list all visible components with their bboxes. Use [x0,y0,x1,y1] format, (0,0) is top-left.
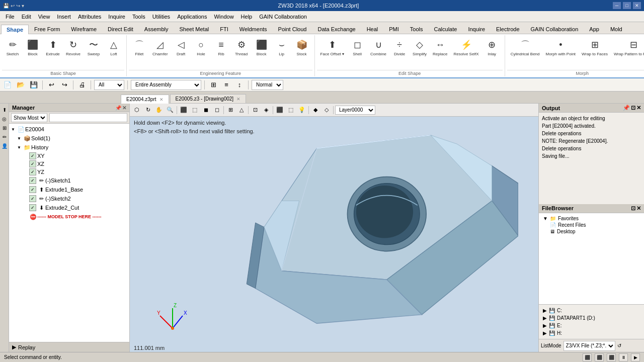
menu-item-help[interactable]: Help [237,13,256,21]
redo-btn[interactable]: ↪ [59,79,70,90]
status-btn-2[interactable]: ⬛ [595,353,604,361]
ribbon-btn-simplify[interactable]: ◇Simplify [410,36,429,58]
tree-item-Solid-1-[interactable]: ▼📦Solid(1) [10,134,128,143]
ribbon-btn-block2[interactable]: ⬛Block [252,36,271,58]
vp-render2-icon[interactable]: ◇ [321,105,332,115]
ribbon-btn-resolve-selfx[interactable]: ⚡Resolve SelfX [451,36,481,58]
tree-item--------MOD[interactable]: ⛔------ MODEL STOP HERE ------ [10,212,128,221]
ribbon-btn-hole[interactable]: ○Hole [192,36,211,58]
tree-checkbox[interactable]: ✓ [29,195,36,202]
ribbon-btn-chamfer[interactable]: ◿Chamfer [150,36,171,58]
ribbon-btn-wrap-to-faces[interactable]: ⊞Wrap to Faces [579,36,610,58]
drive-item-H-[interactable]: ▶💾H: [541,329,642,337]
drive-item-C-[interactable]: ▶💾C: [541,307,642,314]
vp-grid-icon[interactable]: ⊞ [225,105,235,115]
vp-fit-icon[interactable]: ⊡ [250,105,260,115]
refresh-icon[interactable]: ↺ [617,343,621,348]
minimize-button[interactable]: ─ [613,2,621,9]
side-icon-4[interactable]: ✏ [1,133,9,141]
status-btn-1[interactable]: ⬛ [583,353,592,361]
output-float-icon[interactable]: ⊡ [631,105,635,111]
ribbon-tab-shape[interactable]: Shape [1,25,29,34]
tree-checkbox[interactable]: ✓ [29,204,36,211]
viewport[interactable]: ⬡ ↻ ✋ 🔍 ⬛ ⬚ ◼ ◻ ⊞ △ ⊡ ◈ ⬛ ⬚ 💡 ◆ ◇ Layer0… [130,104,538,352]
layer-select[interactable]: Layer0000 [335,106,375,115]
ribbon-btn-cylindrical-bend[interactable]: ⌒Cylindrical Bend [508,36,542,58]
tree-item-Extrude1-B[interactable]: ✓⬆Extrude1_Base [10,185,128,194]
doc-tab-e20004[interactable]: E20004.z3prt✕ [121,95,169,104]
vp-wire-icon[interactable]: △ [236,105,247,115]
menu-item-window[interactable]: Window [210,13,237,21]
output-close-icon[interactable]: ✕ [636,105,641,111]
vp-shade2-icon[interactable]: ◻ [212,105,222,115]
ribbon-btn-loft[interactable]: △Loft [104,36,123,58]
menu-item-gain-collaboration[interactable]: GAIN Collaboration [256,13,310,21]
fb-item-desktop[interactable]: 🖥Desktop [541,228,642,235]
ribbon-btn-block[interactable]: ⬛Block [23,36,42,58]
close-button[interactable]: ✕ [633,2,641,9]
ribbon-tab-free-form[interactable]: Free Form [29,24,65,34]
filter-btn3[interactable]: ↕ [234,79,245,90]
menu-item-file[interactable]: File [2,13,18,21]
vp-more2-icon[interactable]: ⬚ [286,105,296,115]
ribbon-btn-extrude[interactable]: ⬆Extrude [43,36,62,58]
ribbon-tab-fti[interactable]: FTI [214,24,234,34]
filter-btn1[interactable]: ⊞ [208,79,219,90]
ribbon-btn-rib[interactable]: ≡Rib [212,36,231,58]
fb-float-icon[interactable]: ⊡ [631,205,635,212]
vp-rotate-icon[interactable]: ↻ [143,105,153,115]
doc-tab-close-e20004[interactable]: ✕ [159,97,164,102]
ribbon-tab-heal[interactable]: Heal [361,24,384,34]
favorites-folder[interactable]: ▼ 📁 Favorites [541,215,642,222]
ribbon-btn-revolve[interactable]: ↻Revolve [63,36,83,58]
menu-item-utilities[interactable]: Utilities [149,13,174,21]
ribbon-btn-sweep[interactable]: 〜Sweep [84,36,103,58]
vp-shade1-icon[interactable]: ◼ [201,105,211,115]
ribbon-btn-divide[interactable]: ÷Divide [390,36,409,58]
drive-item-E-[interactable]: ▶💾E: [541,322,642,329]
vp-render1-icon[interactable]: ◆ [310,105,320,115]
manager-header-buttons[interactable]: 📌 ✕ [115,105,126,111]
tree-checkbox[interactable]: ✓ [29,186,36,193]
file-filter-select[interactable]: Z3/VX File (*.Z3;*. [564,341,615,351]
quick-undo-icon[interactable]: ↩ [11,3,15,9]
view-mode-combo[interactable]: Normal [252,80,283,90]
output-header-controls[interactable]: 📌 ⊡ ✕ [623,105,641,111]
manager-search-input[interactable] [49,113,127,122]
vp-orient-icon[interactable]: ◈ [261,105,271,115]
menu-item-insert[interactable]: Insert [53,13,74,21]
tree-checkbox[interactable]: ✓ [29,177,36,184]
ribbon-tab-pmi[interactable]: PMI [383,24,405,34]
vp-view2-icon[interactable]: ⬚ [190,105,200,115]
tree-item-Extrude2-C[interactable]: ✓⬇Extrude2_Cut [10,203,128,212]
quick-redo-icon[interactable]: ↪ [16,3,20,9]
output-pin-icon[interactable]: 📌 [623,105,630,111]
status-pause-btn[interactable]: ⏸ [619,353,628,361]
side-icon-3[interactable]: ⊞ [1,124,9,132]
open-btn[interactable]: 📂 [15,79,26,90]
quick-save-icon[interactable]: 💾 [3,3,9,9]
tree-item----Sketch1[interactable]: ✓✏(-)Sketch1 [10,176,128,185]
ribbon-tab-inquire[interactable]: Inquire [462,24,491,34]
filter-btn2[interactable]: ≡ [221,79,232,90]
vp-pan-icon[interactable]: ✋ [154,105,164,115]
replay-bar[interactable]: ▶ Replay [9,342,129,352]
manager-filter-select[interactable]: Show Most [11,113,47,122]
ribbon-btn-draft[interactable]: ◁Draft [172,36,191,58]
vp-view1-icon[interactable]: ⬛ [179,105,189,115]
ribbon-tab-tools[interactable]: Tools [405,24,429,34]
tree-checkbox[interactable]: ✓ [29,168,36,175]
ribbon-tab-weldments[interactable]: Weldments [234,24,273,34]
ribbon-tab-point-cloud[interactable]: Point Cloud [273,24,312,34]
ribbon-btn-fillet[interactable]: ⌒Fillet [130,36,149,58]
ribbon-btn-morph-with-point[interactable]: •Morph with Point [543,36,578,58]
tree-item-YZ[interactable]: ✓YZ [10,168,128,176]
menu-item-view[interactable]: View [35,13,54,21]
ribbon-tab-direct-edit[interactable]: Direct Edit [102,24,139,34]
print-btn[interactable]: 🖨 [76,79,88,90]
ribbon-btn-stock[interactable]: 📦Stock [292,36,311,58]
ribbon-btn-shell[interactable]: ◻Shell [348,36,367,58]
side-icon-2[interactable]: ◎ [1,115,9,123]
ribbon-btn-face-offset[interactable]: ⬆Face Offset ▾ [318,36,347,58]
side-icon-1[interactable]: ⬆ [1,106,9,114]
